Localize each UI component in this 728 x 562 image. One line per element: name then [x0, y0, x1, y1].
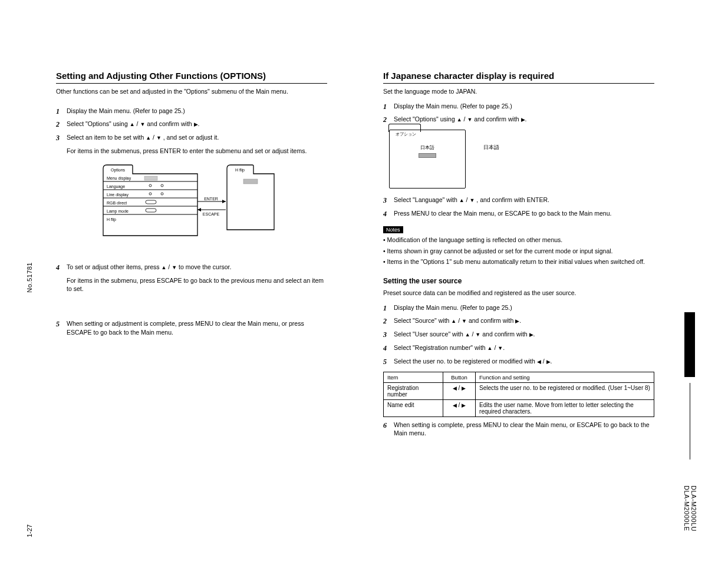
left-step-2: 2 Select "Options" using ▲ / ▼ and confi… [56, 120, 327, 130]
step-num: 2 [383, 115, 389, 125]
t: Select "User source" with [394, 330, 465, 338]
doc-number: No.51781 [26, 262, 33, 293]
rb-step-1: 1 Display the Main menu. (Refer to page … [383, 303, 654, 313]
osd-outside-label: 日本語 [483, 130, 499, 151]
step-text: Display the Main menu. (Refer to page 25… [394, 303, 512, 313]
side-tab [684, 312, 695, 377]
t: Select "Registration number" with [394, 344, 487, 351]
notes-label: Notes [383, 226, 403, 233]
t: Select an item to be set with [67, 134, 146, 141]
note-1: • Modification of the language setting i… [383, 236, 654, 244]
step-num: 3 [383, 330, 389, 340]
left-step-3-sub: For items in the submenus, press ENTER t… [67, 147, 327, 156]
note-2: • Items shown in gray cannot be adjusted… [383, 247, 654, 256]
left-step-5: 5 When setting or adjustment is complete… [56, 319, 327, 336]
settings-table: Item Button Function and setting Registr… [383, 372, 654, 417]
t: to move the cursor. [179, 263, 231, 270]
step-num: 2 [56, 120, 62, 130]
step-num: 3 [383, 196, 389, 206]
svg-marker-24 [197, 208, 201, 211]
cell-func: Edits the user name. Move from letter to… [476, 399, 654, 416]
up-icon: ▲ [451, 318, 456, 324]
cell-button: ◀ / ▶ [443, 382, 475, 399]
osd-box: オプション 日本語 [389, 130, 466, 189]
up-icon: ▲ [487, 345, 493, 351]
step-num: 4 [383, 209, 389, 219]
step-text: Display the Main menu. (Refer to page 25… [394, 102, 512, 112]
step-num: 4 [383, 343, 389, 353]
t: Select "Options" using [67, 120, 130, 127]
up-icon: ▲ [146, 135, 151, 141]
step-num: 4 [56, 263, 62, 273]
model-top: DLA-M2000LU [690, 485, 697, 531]
t: . [533, 330, 535, 338]
svg-text:RGB direct: RGB direct [107, 201, 127, 205]
step-text: Select "Source" with ▲ / ▼ and confirm w… [394, 316, 521, 326]
step-num: 6 [383, 421, 389, 438]
step-text: To set or adjust other items, press ▲ / … [67, 263, 231, 273]
t: and confirm with [469, 317, 515, 324]
svg-rect-6 [144, 176, 157, 180]
step-num: 1 [56, 107, 62, 117]
ra-step-3: 3 Select "Language" with ▲ / ▼ , and con… [383, 196, 654, 206]
t: and confirm with [474, 115, 521, 123]
right-title-a: If Japanese character display is require… [383, 71, 654, 84]
right-icon: ▶ [546, 359, 551, 365]
up-icon: ▲ [130, 121, 135, 127]
down-icon: ▼ [467, 117, 472, 123]
osd-tab-label: オプション [396, 131, 416, 137]
rb-step-6: 6 When setting is complete, press MENU t… [383, 421, 654, 438]
step-text: Select "Registration number" with ▲ / ▼. [394, 343, 505, 353]
down-icon: ▼ [475, 332, 480, 338]
t: . [198, 120, 200, 127]
cell-func: Selects the user no. to be registered or… [476, 382, 654, 399]
t: Select "Options" using [394, 115, 457, 123]
left-icon: ◀ [537, 359, 541, 365]
svg-text:ENTER: ENTER [204, 197, 218, 201]
table-row: Registration number ◀ / ▶ Selects the us… [384, 382, 654, 399]
t: Select "Source" with [394, 317, 451, 324]
t: Select the user no. to be registered or … [394, 358, 537, 365]
svg-text:H flip: H flip [235, 168, 245, 173]
t: . [519, 317, 521, 324]
svg-text:Menu display: Menu display [107, 176, 131, 181]
step-text: Press MENU to clear the Main menu, or ES… [394, 209, 611, 219]
svg-rect-19 [243, 179, 258, 184]
t: and confirm with [147, 120, 193, 127]
page: No.51781 1-27 DLA-M2000LU DLA-M2000LE Se… [0, 0, 728, 562]
step-text: Select "Language" with ▲ / ▼ , and confi… [394, 196, 549, 206]
left-column: Setting and Adjusting Other Functions (O… [56, 71, 327, 340]
t: . [551, 358, 552, 365]
svg-marker-21 [222, 200, 226, 203]
t: To set or adjust other items, press [67, 263, 161, 270]
step-num: 2 [383, 316, 389, 326]
step-text: When setting is complete, press MENU to … [394, 421, 654, 438]
right-icon: ▶ [194, 121, 198, 127]
osd-inner-label: 日本語 [396, 144, 459, 151]
osd-slider [419, 153, 436, 158]
step-text: Select "Options" using ▲ / ▼ and confirm… [67, 120, 200, 130]
up-icon: ▲ [465, 332, 470, 338]
ra-step-1: 1 Display the Main menu. (Refer to page … [383, 102, 654, 112]
ra-step-4: 4 Press MENU to clear the Main menu, or … [383, 209, 654, 219]
t: . [503, 344, 505, 351]
svg-text:ESCAPE: ESCAPE [203, 212, 220, 216]
page-number: 1-27 [26, 524, 33, 537]
cell-item: Registration number [384, 382, 443, 399]
step-text: Select the user no. to be registered or … [394, 357, 552, 367]
svg-text:Line display: Line display [107, 193, 129, 197]
t: , and set or adjust it. [163, 134, 219, 141]
step-num: 3 [56, 133, 62, 143]
down-icon: ▼ [172, 265, 177, 270]
svg-text:Language: Language [107, 184, 125, 189]
down-icon: ▼ [156, 135, 162, 141]
rb-step-4: 4 Select "Registration number" with ▲ / … [383, 343, 654, 353]
t: and confirm with [482, 330, 529, 338]
step-num: 1 [383, 303, 389, 313]
down-icon: ▼ [140, 121, 145, 127]
side-tab-line [690, 383, 690, 459]
svg-text:Lamp mode: Lamp mode [107, 209, 129, 214]
t: Select "Language" with [394, 196, 459, 203]
up-icon: ▲ [161, 265, 166, 270]
osd-figure: オプション 日本語 日本語 [383, 130, 654, 189]
